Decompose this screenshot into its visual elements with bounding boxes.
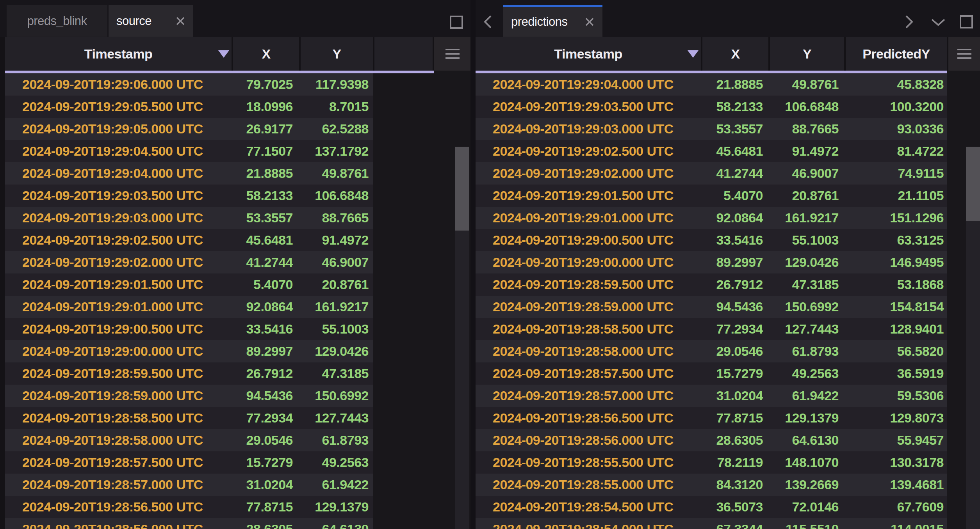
table-row[interactable]: 2024-09-20T19:29:03.000 UTC53.355788.766… xyxy=(476,118,947,140)
table-row[interactable]: 2024-09-20T19:28:56.000 UTC28.630564.613… xyxy=(5,518,373,529)
table-row[interactable]: 2024-09-20T19:29:00.000 UTC89.2997129.04… xyxy=(5,340,373,362)
x-cell: 77.1507 xyxy=(233,144,299,159)
column-title: Timestamp xyxy=(84,46,152,62)
table-row[interactable]: 2024-09-20T19:28:58.000 UTC29.054661.879… xyxy=(5,429,373,451)
column-title: Y xyxy=(332,46,341,62)
table-row[interactable]: 2024-09-20T19:28:58.500 UTC77.2934127.74… xyxy=(476,318,947,340)
table-row[interactable]: 2024-09-20T19:28:54.000 UTC67.3344115.55… xyxy=(476,518,947,529)
header-cell-x[interactable]: X xyxy=(233,37,299,71)
tab-predictions[interactable]: predictions xyxy=(503,5,602,37)
table-row[interactable]: 2024-09-20T19:28:55.000 UTC84.3120139.26… xyxy=(476,474,947,496)
table-row[interactable]: 2024-09-20T19:29:04.500 UTC77.1507137.17… xyxy=(5,140,373,162)
y-cell: 88.7665 xyxy=(299,210,373,225)
table-row[interactable]: 2024-09-20T19:28:57.000 UTC31.020461.942… xyxy=(5,474,373,496)
sort-desc-icon xyxy=(218,50,229,58)
table-row[interactable]: 2024-09-20T19:29:01.500 UTC5.407020.8761… xyxy=(476,185,947,207)
table-row[interactable]: 2024-09-20T19:28:59.500 UTC26.791247.318… xyxy=(5,362,373,385)
header-cell-timestamp[interactable]: Timestamp xyxy=(476,37,701,71)
header-cell-y[interactable]: Y xyxy=(770,37,844,71)
predictedy-cell: 128.9401 xyxy=(844,321,947,337)
timestamp-cell: 2024-09-20T19:29:02.000 UTC xyxy=(476,166,702,181)
table-row[interactable]: 2024-09-20T19:29:05.000 UTC26.917762.528… xyxy=(5,118,373,140)
right-scrollbar-handle[interactable] xyxy=(966,147,980,221)
right-scrollbar-track[interactable] xyxy=(966,147,980,529)
y-cell: 61.8793 xyxy=(768,344,844,359)
table-row[interactable]: 2024-09-20T19:28:58.500 UTC77.2934127.74… xyxy=(5,407,373,429)
table-row[interactable]: 2024-09-20T19:29:00.500 UTC33.541655.100… xyxy=(476,229,947,251)
left-scrollbar-track[interactable] xyxy=(455,147,469,529)
timestamp-cell: 2024-09-20T19:28:59.000 UTC xyxy=(476,299,702,314)
table-row[interactable]: 2024-09-20T19:29:02.500 UTC45.648191.497… xyxy=(5,229,373,251)
column-menu-button[interactable] xyxy=(434,37,470,71)
x-cell: 31.0204 xyxy=(702,388,768,403)
predictedy-cell: 56.5820 xyxy=(844,344,947,359)
table-row[interactable]: 2024-09-20T19:29:02.500 UTC45.648191.497… xyxy=(476,140,947,162)
table-row[interactable]: 2024-09-20T19:29:06.000 UTC79.7025117.93… xyxy=(5,73,373,96)
x-cell: 89.2997 xyxy=(702,255,768,270)
table-row[interactable]: 2024-09-20T19:29:02.000 UTC41.274446.900… xyxy=(5,251,373,273)
nav-forward-button[interactable] xyxy=(905,15,914,29)
timestamp-cell: 2024-09-20T19:29:05.500 UTC xyxy=(5,99,233,114)
table-row[interactable]: 2024-09-20T19:29:03.500 UTC58.2133106.68… xyxy=(5,185,373,207)
x-cell: 31.0204 xyxy=(233,477,299,492)
table-row[interactable]: 2024-09-20T19:29:03.500 UTC58.2133106.68… xyxy=(476,96,947,118)
close-icon[interactable] xyxy=(584,17,595,27)
x-cell: 28.6305 xyxy=(233,522,299,529)
y-cell: 127.7443 xyxy=(299,410,373,426)
table-row[interactable]: 2024-09-20T19:29:00.000 UTC89.2997129.04… xyxy=(476,251,947,273)
header-cell-y[interactable]: Y xyxy=(301,37,373,71)
pane-left-margin xyxy=(0,37,5,529)
table-row[interactable]: 2024-09-20T19:28:56.500 UTC77.8715129.13… xyxy=(476,407,947,429)
y-cell: 127.7443 xyxy=(768,321,844,337)
header-cell-timestamp[interactable]: Timestamp xyxy=(5,37,232,71)
x-cell: 89.2997 xyxy=(233,344,299,359)
table-row[interactable]: 2024-09-20T19:28:58.000 UTC29.054661.879… xyxy=(476,340,947,362)
close-icon[interactable] xyxy=(175,16,185,26)
table-row[interactable]: 2024-09-20T19:29:02.000 UTC41.274446.900… xyxy=(476,162,947,185)
right-table-rows: 2024-09-20T19:29:04.000 UTC21.888549.876… xyxy=(476,73,947,529)
x-cell: 92.0864 xyxy=(233,299,299,314)
table-row[interactable]: 2024-09-20T19:28:59.000 UTC94.5436150.69… xyxy=(476,296,947,318)
column-menu-button[interactable] xyxy=(948,37,980,71)
x-cell: 58.2133 xyxy=(702,99,768,114)
predictedy-cell: 21.1105 xyxy=(844,188,947,203)
timestamp-cell: 2024-09-20T19:28:56.000 UTC xyxy=(476,433,702,448)
table-row[interactable]: 2024-09-20T19:28:59.000 UTC94.5436150.69… xyxy=(5,385,373,407)
header-cell-predictedy[interactable]: PredictedY xyxy=(846,37,947,71)
table-row[interactable]: 2024-09-20T19:29:01.000 UTC92.0864161.92… xyxy=(5,296,373,318)
maximize-pane-button[interactable] xyxy=(450,16,463,29)
maximize-pane-button[interactable] xyxy=(960,15,973,28)
table-row[interactable]: 2024-09-20T19:28:54.500 UTC36.507372.014… xyxy=(476,496,947,518)
table-row[interactable]: 2024-09-20T19:28:55.500 UTC78.2119148.10… xyxy=(476,451,947,474)
nav-back-button[interactable] xyxy=(483,15,492,29)
table-row[interactable]: 2024-09-20T19:29:01.000 UTC92.0864161.92… xyxy=(476,207,947,229)
y-cell: 46.9007 xyxy=(768,166,844,181)
right-pane: predictions Timestamp X Y PredictedY xyxy=(476,0,980,529)
table-row[interactable]: 2024-09-20T19:29:04.000 UTC21.888549.876… xyxy=(476,73,947,96)
header-accent-divider xyxy=(476,71,947,73)
table-row[interactable]: 2024-09-20T19:28:57.500 UTC15.727949.256… xyxy=(5,451,373,474)
table-row[interactable]: 2024-09-20T19:28:56.500 UTC77.8715129.13… xyxy=(5,496,373,518)
predictedy-cell: 59.5306 xyxy=(844,388,947,403)
table-row[interactable]: 2024-09-20T19:29:00.500 UTC33.541655.100… xyxy=(5,318,373,340)
tab-source[interactable]: source xyxy=(109,5,193,37)
x-cell: 28.6305 xyxy=(702,433,768,448)
table-row[interactable]: 2024-09-20T19:28:56.000 UTC28.630564.613… xyxy=(476,429,947,451)
x-cell: 92.0864 xyxy=(702,210,768,225)
dropdown-button[interactable] xyxy=(931,18,946,27)
table-row[interactable]: 2024-09-20T19:29:01.500 UTC5.407020.8761 xyxy=(5,273,373,296)
table-row[interactable]: 2024-09-20T19:29:04.000 UTC21.888549.876… xyxy=(5,162,373,185)
table-row[interactable]: 2024-09-20T19:28:57.500 UTC15.727949.256… xyxy=(476,362,947,385)
header-cell-x[interactable]: X xyxy=(702,37,768,71)
chevron-right-icon xyxy=(905,15,914,29)
timestamp-cell: 2024-09-20T19:28:58.000 UTC xyxy=(5,433,233,448)
predictedy-cell: 146.9495 xyxy=(844,255,947,270)
table-row[interactable]: 2024-09-20T19:28:59.500 UTC26.791247.318… xyxy=(476,273,947,296)
table-row[interactable]: 2024-09-20T19:29:03.000 UTC53.355788.766… xyxy=(5,207,373,229)
timestamp-cell: 2024-09-20T19:28:57.500 UTC xyxy=(5,455,233,470)
table-row[interactable]: 2024-09-20T19:28:57.000 UTC31.020461.942… xyxy=(476,385,947,407)
tab-preds-blink[interactable]: preds_blink xyxy=(7,5,107,37)
left-scrollbar-handle[interactable] xyxy=(455,147,469,231)
timestamp-cell: 2024-09-20T19:28:58.500 UTC xyxy=(476,321,702,337)
table-row[interactable]: 2024-09-20T19:29:05.500 UTC18.09968.7015 xyxy=(5,96,373,118)
